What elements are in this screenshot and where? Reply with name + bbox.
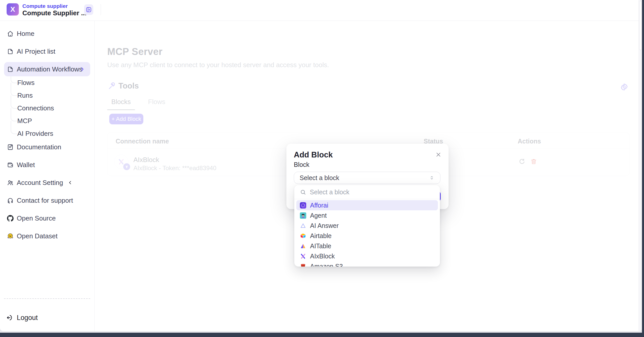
option-ai-answer[interactable]: AI Answer xyxy=(296,221,438,231)
sidebar-subitem-label: Connections xyxy=(17,104,54,112)
logout-icon xyxy=(6,314,17,321)
users-icon xyxy=(7,179,14,186)
sidebar-item-home[interactable]: Home xyxy=(0,26,94,41)
airtable-icon xyxy=(300,233,306,239)
aixblock-icon xyxy=(300,253,306,259)
option-label: Amazon S3 xyxy=(310,263,343,267)
top-header: X Compute supplier Compute Supplier ... xyxy=(0,0,642,21)
sidebar-subitem-label: Runs xyxy=(17,92,33,99)
dropdown-search xyxy=(294,185,440,199)
close-icon[interactable] xyxy=(435,151,442,158)
option-label: Afforai xyxy=(310,202,328,209)
option-aixblock[interactable]: AIxBlock xyxy=(296,251,438,261)
ai-answer-icon xyxy=(300,223,306,229)
sidebar-item-label: Documentation xyxy=(17,143,61,151)
file-icon xyxy=(7,66,14,73)
desktop-edge-right xyxy=(642,0,644,337)
sidebar-item-open-source[interactable]: Open Source xyxy=(0,211,94,225)
aitable-icon xyxy=(300,243,306,249)
sidebar-item-open-dataset[interactable]: Open Dataset xyxy=(0,229,94,243)
brand-name-small: Compute supplier xyxy=(22,3,68,9)
sidebar-subitem-label: Flows xyxy=(17,79,35,87)
option-afforai[interactable]: Afforai xyxy=(296,200,438,210)
app-window: X Compute supplier Compute Supplier ... … xyxy=(0,0,642,331)
option-aitable[interactable]: AITable xyxy=(296,241,438,251)
wallet-icon xyxy=(7,162,14,168)
sidebar-item-label: Open Source xyxy=(17,214,56,222)
automation-workflows-subnav: Flows Runs Connections MCP AI Providers xyxy=(0,76,94,140)
option-label: AI Answer xyxy=(310,222,339,229)
sidebar-subitem-label: AI Providers xyxy=(17,130,53,138)
option-amazon-s3[interactable]: Amazon S3 xyxy=(296,261,438,267)
sidebar-nav: Home AI Project list Automation Workflow… xyxy=(0,21,94,243)
search-input[interactable] xyxy=(310,188,434,196)
chevron-right-icon xyxy=(80,66,85,72)
sidebar-item-ai-project-list[interactable]: AI Project list xyxy=(0,44,94,58)
block-select-value: Select a block xyxy=(300,174,339,182)
search-icon xyxy=(300,189,306,195)
sidebar-item-label: Contact for support xyxy=(17,197,73,204)
desktop-edge-bottom xyxy=(0,333,644,337)
home-icon xyxy=(7,30,14,37)
option-label: AITable xyxy=(310,242,331,250)
option-agent[interactable]: Agent xyxy=(296,210,438,221)
brand-name-large: Compute Supplier ... xyxy=(22,9,87,17)
logo-letter: X xyxy=(10,5,15,13)
sidebar: Home AI Project list Automation Workflow… xyxy=(0,21,95,331)
sidebar-item-label: Home xyxy=(17,30,34,38)
chevron-left-icon xyxy=(68,180,73,185)
chevron-up-down-icon xyxy=(429,175,435,181)
sidebar-subitem-ai-providers[interactable]: AI Providers xyxy=(0,127,94,140)
sidebar-item-automation-workflows[interactable]: Automation Workflows xyxy=(4,62,90,76)
logout-label: Logout xyxy=(17,314,38,322)
app-logo: X xyxy=(7,3,19,16)
block-field-label: Block xyxy=(294,161,309,168)
header-divider xyxy=(101,4,101,15)
sidebar-item-account-setting[interactable]: Account Setting xyxy=(0,175,94,190)
option-label: Airtable xyxy=(310,232,332,240)
block-select[interactable]: Select a block xyxy=(294,172,440,184)
modal-title: Add Block xyxy=(294,150,333,159)
screen: X Compute supplier Compute Supplier ... … xyxy=(0,0,644,337)
sidebar-item-wallet[interactable]: Wallet xyxy=(0,158,94,172)
block-select-dropdown: Afforai Agent AI Answer xyxy=(294,185,440,267)
sidebar-subitem-label: MCP xyxy=(17,117,32,125)
block-option-list: Afforai Agent AI Answer xyxy=(294,199,440,267)
sidebar-item-contact-support[interactable]: Contact for support xyxy=(0,193,94,208)
sidebar-item-label: AI Project list xyxy=(17,48,55,55)
sidebar-item-label: Account Setting xyxy=(17,179,63,187)
sidebar-item-label: Automation Workflows xyxy=(17,65,82,73)
github-icon xyxy=(7,215,14,222)
headset-icon xyxy=(7,197,14,204)
sidebar-item-documentation[interactable]: Documentation xyxy=(0,140,94,154)
document-icon xyxy=(7,144,14,151)
sidebar-divider xyxy=(4,298,90,299)
hugging-face-icon xyxy=(7,233,14,240)
sidebar-item-label: Wallet xyxy=(17,161,35,169)
sidebar-collapse-button[interactable] xyxy=(84,4,93,15)
option-label: AIxBlock xyxy=(310,253,335,260)
collapse-sidebar-icon xyxy=(85,6,92,13)
afforai-icon xyxy=(300,202,306,209)
scrollbar-track[interactable] xyxy=(639,0,642,331)
option-airtable[interactable]: Airtable xyxy=(296,231,438,241)
file-icon xyxy=(7,48,14,55)
scrollbar-thumb[interactable] xyxy=(639,1,642,50)
amazon-s3-icon xyxy=(300,263,306,267)
sidebar-bottom: Logout xyxy=(0,298,94,331)
option-label: Agent xyxy=(310,212,327,219)
sidebar-item-label: Open Dataset xyxy=(17,232,57,240)
agent-icon xyxy=(300,212,306,219)
logout-button[interactable]: Logout xyxy=(0,311,94,325)
